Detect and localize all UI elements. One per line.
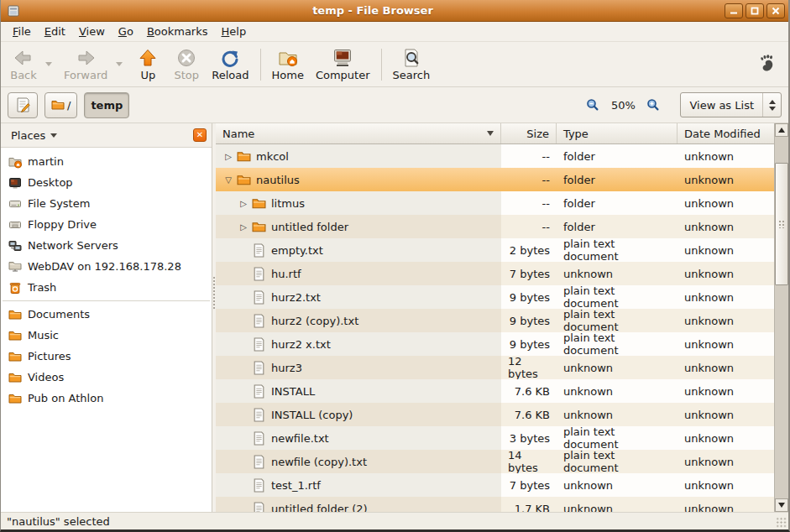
table-row[interactable]: empty.txt 2 bytes plain text document un… [216,238,774,262]
expander-icon[interactable]: ▷ [238,222,249,232]
menu-go[interactable]: Go [112,23,140,40]
pane-splitter[interactable] [212,123,216,512]
menu-file[interactable]: File [6,23,38,40]
minimize-button[interactable] [725,3,743,18]
scroll-down-button[interactable] [775,498,788,512]
back-button[interactable]: Back [4,46,43,83]
table-row[interactable]: INSTALL 7.6 KB unknown unknown [216,379,774,403]
forward-button[interactable]: Forward [58,46,113,83]
sidebar-item-pub-on-athlon[interactable]: Pub on Athlon [1,388,212,409]
sidebar-header: Places ✕ [1,123,212,148]
sidebar-item-file-system[interactable]: File System [1,193,212,214]
file-name: newfile.txt [271,432,329,445]
search-button[interactable]: Search [387,46,437,83]
expander-icon[interactable]: ▷ [222,152,234,161]
back-icon [13,48,34,68]
expander-icon[interactable]: ▷ [238,199,249,208]
sidebar-close-button[interactable]: ✕ [193,128,207,142]
computer-button[interactable]: Computer [310,46,376,83]
menu-bookmarks[interactable]: Bookmarks [140,23,215,40]
table-row[interactable]: hurz2 x.txt 9 bytes plain text document … [216,332,774,356]
sidebar-item-martin[interactable]: martin [1,151,212,172]
stop-button[interactable]: Stop [167,46,206,83]
menu-view[interactable]: View [72,23,112,40]
table-row[interactable]: hurz2 (copy).txt 9 bytes plain text docu… [216,309,774,332]
table-row[interactable]: hu.rtf 7 bytes unknown unknown [216,262,774,285]
up-button[interactable]: Up [128,46,167,83]
file-browser-window: temp - File Browser File Edit View Go Bo… [0,0,790,532]
file-size-cell: 7 bytes [501,473,557,497]
sidebar-item-webdav-on-192-168-178-28[interactable]: WebDAV on 192.168.178.28 [1,256,212,277]
expander-icon[interactable]: ▽ [222,175,234,185]
sidebar-item-videos[interactable]: Videos [1,367,212,388]
sidebar-item-trash[interactable]: Trash [1,277,212,298]
table-row[interactable]: untitled folder (2) 1.7 KB unknown unkno… [216,497,774,512]
column-header-type[interactable]: Type [557,123,678,143]
file-icon [252,337,266,352]
table-row[interactable]: ▷ litmus -- folder unknown [216,191,774,215]
table-row[interactable]: hurz3 12 bytes unknown unknown [216,356,774,379]
sidebar-item-desktop[interactable]: Desktop [1,172,212,193]
file-size-cell: 9 bytes [501,309,557,332]
back-history-dropdown[interactable] [43,62,55,66]
sidebar-item-documents[interactable]: Documents [1,304,212,325]
resize-grip[interactable] [776,517,787,528]
file-name: mkcol [256,150,289,163]
table-row[interactable]: ▽ nautilus -- folder unknown [216,168,774,191]
file-icon [252,243,266,258]
maximize-button[interactable] [746,3,764,18]
table-row[interactable]: ▷ mkcol -- folder unknown [216,144,774,168]
view-mode-select[interactable]: View as List [680,92,782,117]
file-type-cell: unknown [557,262,678,285]
forward-history-dropdown[interactable] [113,62,125,66]
place-icon [8,371,22,384]
scroll-up-button[interactable] [775,123,788,137]
file-name-cell: hurz3 [216,356,501,379]
column-header-date-modified[interactable]: Date Modified [678,123,774,143]
column-header-size[interactable]: Size [501,123,557,143]
table-row[interactable]: INSTALL (copy) 7.6 KB unknown unknown [216,403,774,426]
file-type-cell: plain text document [557,238,678,262]
table-row[interactable]: ▷ untitled folder -- folder unknown [216,215,774,238]
home-button[interactable]: Home [266,46,310,83]
file-name-cell: ▷ litmus [216,191,501,215]
window-icon [6,4,21,18]
file-icon [252,455,266,469]
place-icon [8,197,22,211]
titlebar[interactable]: temp - File Browser [1,0,788,22]
scrollbar-track[interactable] [775,137,788,498]
path-root-button[interactable]: / [44,92,77,118]
zoom-out-icon[interactable] [586,98,599,112]
close-button[interactable] [766,3,785,18]
zoom-in-icon[interactable] [646,98,660,112]
edit-location-button[interactable] [8,92,38,118]
menu-help[interactable]: Help [215,23,254,40]
menu-edit[interactable]: Edit [38,23,72,40]
place-icon [8,350,22,363]
sidebar-item-pictures[interactable]: Pictures [1,346,212,367]
reload-button[interactable]: Reload [206,46,254,83]
place-label: Pub on Athlon [28,392,103,404]
scrollbar-thumb[interactable] [775,163,788,285]
file-size-cell: 9 bytes [501,332,557,356]
path-current-button[interactable]: temp [84,92,129,118]
table-row[interactable]: newfile.txt 3 bytes plain text document … [216,426,774,450]
places-sidebar: Places ✕ martin Desktop File System Flop… [1,123,212,512]
sidebar-item-network-servers[interactable]: Network Servers [1,235,212,256]
file-date-cell: unknown [678,285,774,309]
place-icon [8,392,22,405]
place-icon [8,329,22,342]
file-type-cell: plain text document [557,332,678,356]
file-name-cell: ▷ mkcol [216,144,501,168]
table-row[interactable]: test_1.rtf 7 bytes unknown unknown [216,473,774,497]
maximize-icon [751,7,759,15]
sidebar-item-floppy-drive[interactable]: Floppy Drive [1,214,212,235]
vertical-scrollbar[interactable] [774,123,788,512]
file-table-body: ▷ mkcol -- folder unknown ▽ nautilus -- … [216,144,774,512]
sidebar-item-music[interactable]: Music [1,325,212,346]
sidebar-view-selector[interactable]: Places [6,128,62,143]
table-row[interactable]: newfile (copy).txt 14 bytes plain text d… [216,450,774,473]
file-icon [252,267,266,281]
table-row[interactable]: hurz2.txt 9 bytes plain text document un… [216,285,774,309]
column-header-name[interactable]: Name [216,123,501,143]
